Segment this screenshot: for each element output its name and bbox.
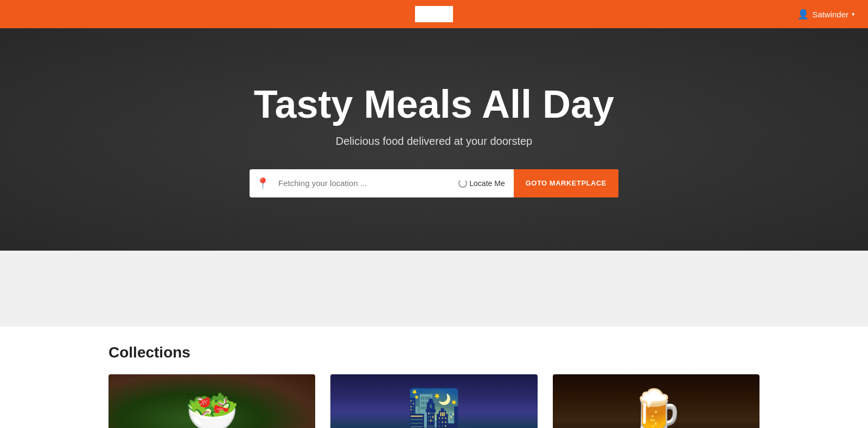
collections-title: Collections bbox=[108, 344, 760, 361]
navbar-username: Satwinder bbox=[812, 10, 848, 19]
locate-me-label: Locate Me bbox=[469, 179, 505, 188]
navbar-user-menu[interactable]: 👤 Satwinder ▾ bbox=[797, 9, 855, 20]
loading-spinner-icon bbox=[458, 179, 467, 188]
hero-title: Tasty Meals All Day bbox=[254, 82, 614, 126]
content-spacer bbox=[0, 251, 868, 327]
search-bar: 📍 Locate Me GOTO MARKETPLACE bbox=[250, 169, 618, 197]
collection-card[interactable]: Best in your city bbox=[330, 374, 537, 428]
goto-marketplace-button[interactable]: GOTO MARKETPLACE bbox=[514, 169, 618, 197]
locate-me-button[interactable]: Locate Me bbox=[450, 169, 513, 197]
collection-card[interactable]: Trending this week bbox=[108, 374, 315, 428]
hero-subtitle: Delicious food delivered at your doorste… bbox=[336, 135, 532, 148]
user-icon: 👤 bbox=[797, 9, 809, 20]
navbar-logo-area bbox=[415, 6, 453, 22]
chevron-down-icon: ▾ bbox=[852, 11, 855, 18]
navbar-logo bbox=[415, 6, 453, 22]
collection-card[interactable]: Best bars and pubs bbox=[553, 374, 760, 428]
hero-section: Tasty Meals All Day Delicious food deliv… bbox=[0, 28, 868, 251]
collections-section: Collections Trending this weekBest in yo… bbox=[0, 327, 868, 428]
location-pin-icon: 📍 bbox=[250, 177, 276, 190]
location-search-input[interactable] bbox=[276, 178, 450, 188]
collections-grid: Trending this weekBest in your cityBest … bbox=[108, 374, 760, 428]
navbar: 👤 Satwinder ▾ bbox=[0, 0, 868, 28]
